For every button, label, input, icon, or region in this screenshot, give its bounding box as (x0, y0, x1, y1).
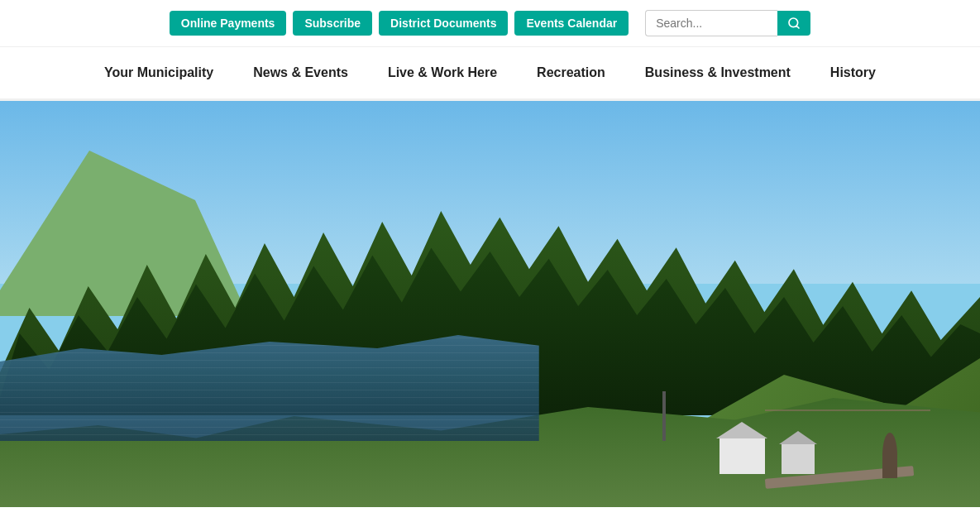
events-calendar-button[interactable]: Events Calendar (514, 11, 629, 36)
search-button[interactable] (777, 11, 810, 36)
nav-item-history[interactable]: History (810, 47, 896, 98)
district-documents-button[interactable]: District Documents (379, 11, 508, 36)
hero-scene (0, 101, 980, 507)
nav-item-your-municipality[interactable]: Your Municipality (84, 47, 233, 98)
statue-figure (882, 433, 897, 478)
shed-building (719, 437, 765, 474)
fence-line (765, 409, 930, 416)
hero-image (0, 101, 980, 507)
top-bar: Online Payments Subscribe District Docum… (0, 0, 980, 47)
nav-item-business-investment[interactable]: Business & Investment (625, 47, 810, 98)
main-nav: Your Municipality News & Events Live & W… (0, 47, 980, 101)
nav-item-news-events[interactable]: News & Events (233, 47, 368, 98)
shed-building-2 (782, 443, 815, 474)
nav-item-recreation[interactable]: Recreation (517, 47, 625, 98)
utility-pole (662, 391, 666, 441)
nav-item-live-work-here[interactable]: Live & Work Here (368, 47, 517, 98)
subscribe-button[interactable]: Subscribe (293, 11, 372, 36)
search-bar (645, 10, 810, 36)
search-icon (787, 17, 801, 30)
search-input[interactable] (645, 10, 777, 36)
online-payments-button[interactable]: Online Payments (170, 11, 287, 36)
